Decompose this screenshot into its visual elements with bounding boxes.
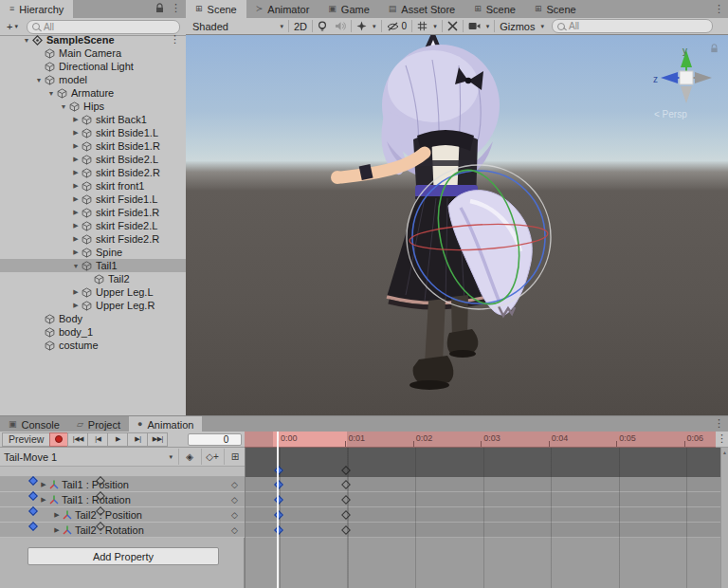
keyframe-diamond[interactable] <box>274 480 283 489</box>
keyframe-diamond[interactable] <box>274 525 283 535</box>
clip-dropdown[interactable]: Tail-Move 1 <box>4 450 173 465</box>
scene-tabs-kebab-icon[interactable]: ⋮ <box>714 4 724 14</box>
property-row[interactable]: Tail1 : Position <box>0 477 245 492</box>
expand-arrow-icon[interactable] <box>70 169 82 176</box>
keyframe-diamond[interactable] <box>341 525 351 535</box>
character-model[interactable] <box>318 35 593 407</box>
dopesheet-summary-track[interactable] <box>246 448 720 477</box>
hierarchy-item[interactable]: Directional Light ⋮ <box>0 60 186 73</box>
expand-arrow-icon[interactable] <box>70 182 82 190</box>
dopesheet-track[interactable] <box>246 477 720 492</box>
hierarchy-item[interactable]: skirt Bside1.R ⋮ <box>0 139 186 153</box>
scene-tab[interactable]: ⊞ Scene <box>186 0 246 18</box>
property-row[interactable]: Tail2 : Rotation <box>0 523 245 538</box>
preview-button[interactable]: Preview <box>2 432 50 447</box>
record-button[interactable] <box>49 432 68 447</box>
hierarchy-item[interactable]: skirt Fside1.L ⋮ <box>0 193 186 206</box>
keyframe-diamond[interactable] <box>341 510 351 520</box>
tab-hierarchy[interactable]: ≡ Hierarchy <box>0 0 73 18</box>
expand-arrow-icon[interactable] <box>70 142 82 150</box>
grid-visibility-dropdown[interactable] <box>413 19 441 34</box>
keyframe-diamond-icon[interactable] <box>231 480 238 489</box>
gizmos-dropdown[interactable]: Gizmos <box>496 19 548 34</box>
expand-arrow-icon[interactable] <box>70 116 82 123</box>
scene-tab[interactable]: ▤ Asset Store <box>379 0 464 18</box>
expand-arrow-icon[interactable] <box>51 511 63 519</box>
hierarchy-item[interactable]: Spine ⋮ <box>0 246 186 259</box>
last-key-button[interactable]: ▶▶| <box>147 432 168 447</box>
camera-settings-dropdown[interactable] <box>464 19 494 34</box>
expand-arrow-icon[interactable] <box>21 37 32 44</box>
keyframe-diamond[interactable] <box>28 476 38 486</box>
next-key-button[interactable]: ▶| <box>127 432 148 447</box>
current-frame-input[interactable]: 0 <box>188 433 242 446</box>
lock-icon[interactable] <box>155 3 164 13</box>
dopesheet[interactable] <box>245 448 720 588</box>
timeline-ruler[interactable]: 0:00 0:01 0:02 0:03 0:04 <box>245 432 716 448</box>
hierarchy-search-input[interactable]: All <box>27 20 180 34</box>
keyframe-diamond[interactable] <box>28 491 38 501</box>
scene-visibility-toggle[interactable]: 0 <box>383 19 411 34</box>
keyframe-diamond-icon[interactable] <box>231 510 238 520</box>
hierarchy-kebab-icon[interactable]: ⋮ <box>171 3 181 13</box>
keyframe-diamond[interactable] <box>274 510 283 520</box>
dopesheet-track[interactable] <box>246 523 720 538</box>
play-button[interactable]: ▶ <box>107 432 128 447</box>
expand-arrow-icon[interactable] <box>51 526 63 534</box>
scene-tab[interactable]: ⊞ Scene <box>525 0 586 18</box>
scene-viewport[interactable]: y z < Persp <box>186 35 728 415</box>
scene-tab[interactable]: ▣ Game <box>318 0 378 18</box>
dopesheet-scrollbar[interactable]: ▲ <box>720 448 728 588</box>
expand-arrow-icon[interactable] <box>33 77 45 83</box>
keyframe-diamond-icon[interactable] <box>231 495 238 505</box>
scene-tab[interactable]: ≻ Animator <box>246 0 319 18</box>
keyframe-diamond[interactable] <box>341 495 351 505</box>
expand-arrow-icon[interactable] <box>70 156 82 163</box>
hierarchy-item[interactable]: skirt Fside1.R ⋮ <box>0 206 186 219</box>
bottom-tab[interactable]: ▣ Console <box>0 416 68 432</box>
property-row[interactable]: Tail1 : Rotation <box>0 492 245 507</box>
playhead[interactable] <box>277 432 279 588</box>
2d-toggle-button[interactable]: 2D <box>290 19 311 34</box>
hierarchy-item[interactable]: costume ⋮ <box>0 339 186 352</box>
hierarchy-item[interactable]: skirt Fside2.R ⋮ <box>0 232 186 246</box>
dopesheet-track[interactable] <box>246 492 720 507</box>
item-kebab-icon[interactable]: ⋮ <box>170 34 180 45</box>
hierarchy-item[interactable]: Body ⋮ <box>0 312 186 325</box>
first-key-button[interactable]: |◀◀ <box>67 432 88 447</box>
keyframe-diamond[interactable] <box>274 495 283 505</box>
add-property-button[interactable]: Add Property <box>27 547 219 565</box>
tools-icon[interactable] <box>444 19 462 34</box>
hierarchy-item[interactable]: skirt Bside2.L ⋮ <box>0 153 186 166</box>
expand-arrow-icon[interactable] <box>70 129 82 137</box>
orientation-gizmo[interactable]: y z <box>653 45 719 113</box>
bottom-tab[interactable]: ▱ Project <box>68 416 129 432</box>
keyframe-diamond[interactable] <box>28 506 38 516</box>
hierarchy-item[interactable]: Tail2 ⋮ <box>0 272 186 285</box>
keyframe-diamond[interactable] <box>341 466 351 475</box>
create-object-button[interactable]: + <box>4 20 21 33</box>
add-keyframe-button[interactable]: ◇+ <box>201 449 223 465</box>
expand-arrow-icon[interactable] <box>70 302 82 309</box>
expand-arrow-icon[interactable] <box>46 90 57 97</box>
expand-arrow-icon[interactable] <box>70 195 82 203</box>
hierarchy-item[interactable]: Armature ⋮ <box>0 86 186 100</box>
property-row[interactable]: Tail2 : Position <box>0 507 245 523</box>
expand-arrow-icon[interactable] <box>70 248 82 256</box>
expand-arrow-icon[interactable] <box>70 263 82 269</box>
projection-mode-label[interactable]: < Persp <box>654 109 687 119</box>
hierarchy-item[interactable]: body_1 ⋮ <box>0 325 186 339</box>
keyframe-diamond[interactable] <box>341 480 351 489</box>
scene-search-input[interactable]: All <box>552 19 713 33</box>
animation-kebab-icon[interactable]: ⋮ <box>714 418 724 429</box>
dopesheet-track[interactable] <box>246 507 720 523</box>
keyframe-diamond[interactable] <box>274 466 283 475</box>
hierarchy-item[interactable]: skirt Bside2.R ⋮ <box>0 166 186 179</box>
hierarchy-item[interactable]: skirt Bside1.L ⋮ <box>0 126 186 139</box>
hierarchy-item[interactable]: Upper Leg.L ⋮ <box>0 285 186 299</box>
keyframe-diamond-icon[interactable] <box>231 525 238 535</box>
expand-arrow-icon[interactable] <box>70 288 82 296</box>
expand-arrow-icon[interactable] <box>70 222 82 230</box>
expand-arrow-icon[interactable] <box>38 496 49 504</box>
hierarchy-item[interactable]: SampleScene ⋮ <box>0 33 186 46</box>
